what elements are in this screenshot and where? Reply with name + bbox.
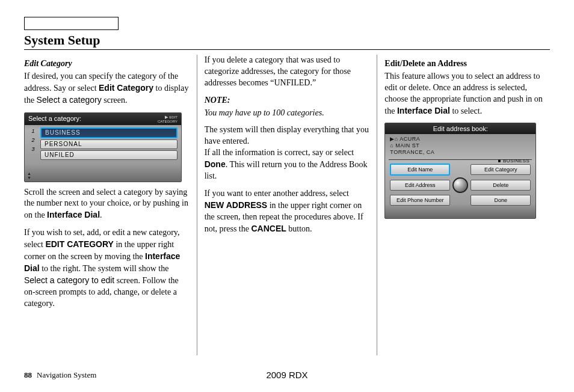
scroll-arrows-icon: ▲▼ xyxy=(27,171,31,180)
footer: 88Navigation System 2009 RDX xyxy=(24,370,550,380)
btn-edit-address: Edit Address xyxy=(390,180,450,191)
btn-done: Done xyxy=(471,195,531,206)
column-1: Edit Category If desired, you can specif… xyxy=(24,55,197,355)
page-title: System Setup xyxy=(24,32,550,50)
category-row-3: UNFILED xyxy=(40,150,177,160)
columns: Edit Category If desired, you can specif… xyxy=(24,55,550,355)
edit-category-icon: ▶ EDITCATEGORY xyxy=(158,115,177,123)
screenshot-select-category: Select a category: ▶ EDITCATEGORY 1 2 3 … xyxy=(24,112,182,182)
model-year: 2009 RDX xyxy=(266,370,307,380)
para-2: Scroll the screen and select a category … xyxy=(24,187,190,222)
para-5: The system will then display everything … xyxy=(205,124,370,182)
para-3: If you wish to set, add, or edit a new c… xyxy=(24,227,190,309)
btn-edit-phone: Edit Phone Number xyxy=(390,195,450,206)
btn-delete: Delete xyxy=(471,180,531,191)
column-3: Edit/Delete an Address This feature allo… xyxy=(377,55,550,355)
category-row-2: PERSONAL xyxy=(40,139,177,149)
column-2: If you delete a category that was used t… xyxy=(197,55,378,355)
para-4: If you delete a category that was used t… xyxy=(205,55,370,89)
ss1-title: Select a category: xyxy=(28,114,81,123)
screenshot-edit-address-book: Edit address book: ▶⌂ ACURA ⌂ MAIN ST TO… xyxy=(384,123,536,219)
note-label: NOTE: xyxy=(205,95,370,106)
redacted-box xyxy=(24,17,119,30)
para-1: If desired, you can specify the category… xyxy=(24,71,190,106)
subhead-edit-delete: Edit/Delete an Address xyxy=(384,58,550,70)
page-number: 88Navigation System xyxy=(24,370,96,380)
note-text: You may have up to 100 categories. xyxy=(205,108,370,119)
btn-edit-name: Edit Name xyxy=(390,164,450,176)
para-7: This feature allows you to select an add… xyxy=(384,71,550,117)
ss2-title: Edit address book: xyxy=(385,123,535,134)
para-6: If you want to enter another address, se… xyxy=(205,188,370,235)
btn-edit-category: Edit Category xyxy=(471,164,531,175)
subhead-edit-category: Edit Category xyxy=(24,58,190,70)
category-badge: ■ BUSINESS xyxy=(498,158,530,165)
dial-icon xyxy=(452,177,468,193)
category-row-1: BUSINESS xyxy=(40,127,177,138)
